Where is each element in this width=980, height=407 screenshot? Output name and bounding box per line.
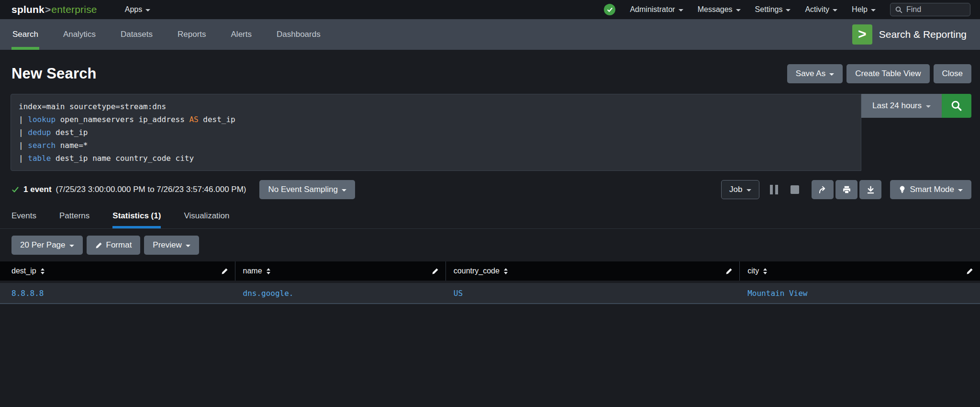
apps-menu[interactable]: Apps (125, 5, 150, 14)
chevron-down-icon (186, 245, 190, 247)
health-status-icon[interactable] (604, 4, 615, 15)
event-time-range: (7/25/23 3:00:00.000 PM to 7/26/23 3:57:… (56, 185, 246, 194)
cell-dest-ip[interactable]: 8.8.8.8 (0, 283, 235, 303)
appnav-alerts[interactable]: Alerts (219, 19, 264, 50)
results-tabs: Events Patterns Statistics (1) Visualiza… (0, 204, 980, 229)
chevron-down-icon (786, 9, 791, 11)
run-search-button[interactable] (942, 94, 971, 118)
tab-visualization[interactable]: Visualization (184, 204, 229, 228)
appnav-analytics[interactable]: Analytics (51, 19, 108, 50)
page-header: New Search Save As Create Table View Clo… (0, 50, 980, 93)
download-icon (866, 185, 875, 194)
time-range-label: Last 24 hours (872, 101, 922, 111)
chevron-down-icon (833, 9, 837, 11)
format-button[interactable]: Format (87, 236, 141, 255)
search-mode-button[interactable]: Smart Mode (890, 180, 971, 199)
job-controls: Job Smart Mode (721, 180, 971, 199)
logo-gt: > (45, 4, 51, 15)
pause-job-icon[interactable] (770, 185, 778, 194)
event-sampling-button[interactable]: No Event Sampling (259, 180, 355, 199)
chevron-down-icon (342, 189, 346, 192)
edit-column-icon[interactable] (725, 268, 733, 275)
appnav-dashboards-label: Dashboards (277, 30, 321, 39)
app-name: Search & Reporting (879, 29, 967, 40)
column-header-country-code[interactable]: country_code (446, 261, 740, 281)
tab-events[interactable]: Events (11, 204, 36, 228)
appnav-reports-label: Reports (178, 30, 206, 39)
cell-country-code[interactable]: US (446, 283, 740, 303)
close-button[interactable]: Close (934, 64, 971, 83)
page-title: New Search (11, 65, 97, 82)
apps-menu-label: Apps (125, 5, 142, 14)
tab-statistics[interactable]: Statistics (1) (112, 204, 161, 228)
activity-menu[interactable]: Activity (805, 5, 837, 14)
app-nav-bar: Search Analytics Datasets Reports Alerts… (0, 19, 980, 50)
app-identity[interactable]: > Search & Reporting (852, 19, 971, 50)
job-menu-button[interactable]: Job (721, 180, 759, 199)
per-page-label: 20 Per Page (20, 240, 66, 250)
print-button[interactable] (835, 180, 858, 199)
tab-patterns[interactable]: Patterns (59, 204, 89, 228)
messages-menu-label: Messages (698, 5, 733, 14)
logo-brand: splunk (11, 4, 45, 15)
column-header-dest-ip[interactable]: dest_ip (0, 261, 235, 281)
results-bar: 1 event (7/25/23 3:00:00.000 PM to 7/26/… (11, 180, 971, 200)
search-icon (895, 6, 902, 13)
appnav-datasets[interactable]: Datasets (108, 19, 165, 50)
check-icon (607, 7, 613, 13)
column-name: country_code (454, 267, 500, 275)
printer-icon (842, 185, 851, 194)
search-bar: index=main sourcetype=stream:dns| lookup… (11, 94, 971, 171)
create-table-view-label: Create Table View (855, 69, 921, 79)
chevron-down-icon (69, 245, 74, 247)
appnav-search-label: Search (12, 30, 38, 39)
chevron-down-icon (829, 73, 834, 76)
sort-icon[interactable] (41, 268, 45, 274)
messages-menu[interactable]: Messages (698, 5, 741, 14)
success-check-icon (11, 186, 19, 193)
cell-name[interactable]: dns.google. (235, 283, 446, 303)
administrator-menu-label: Administrator (630, 5, 675, 14)
share-job-button[interactable] (812, 180, 834, 199)
save-as-button[interactable]: Save As (787, 64, 843, 83)
edit-column-icon[interactable] (432, 268, 439, 275)
sort-icon[interactable] (504, 268, 508, 274)
active-nav-underline (11, 47, 39, 50)
chevron-down-icon (746, 189, 751, 192)
settings-menu[interactable]: Settings (755, 5, 791, 14)
administrator-menu[interactable]: Administrator (630, 5, 683, 14)
lightbulb-icon (899, 185, 906, 194)
appnav-search[interactable]: Search (0, 19, 51, 50)
edit-column-icon[interactable] (221, 268, 228, 275)
help-menu[interactable]: Help (852, 5, 876, 14)
appnav-reports[interactable]: Reports (165, 19, 219, 50)
pencil-icon (95, 242, 102, 249)
cell-city[interactable]: Mountain View (740, 283, 980, 303)
activity-menu-label: Activity (805, 5, 829, 14)
stop-job-icon[interactable] (791, 185, 799, 194)
find-search-box[interactable] (890, 3, 970, 16)
settings-menu-label: Settings (755, 5, 783, 14)
topbar-right: Administrator Messages Settings Activity… (604, 3, 970, 16)
create-table-view-button[interactable]: Create Table View (846, 64, 929, 83)
preview-button[interactable]: Preview (144, 236, 199, 255)
column-header-name[interactable]: name (235, 261, 446, 281)
sort-icon[interactable] (763, 268, 767, 274)
time-range-picker[interactable]: Last 24 hours (861, 94, 942, 118)
close-label: Close (942, 69, 963, 79)
share-icon (818, 185, 827, 194)
splunk-logo[interactable]: splunk>enterprise (11, 4, 97, 15)
edit-column-icon[interactable] (966, 268, 973, 275)
event-count: 1 event (23, 185, 52, 194)
appnav-dashboards[interactable]: Dashboards (264, 19, 333, 50)
find-input[interactable] (906, 5, 959, 14)
job-action-buttons (812, 180, 881, 199)
column-header-city[interactable]: city (740, 261, 980, 281)
export-button[interactable] (859, 180, 881, 199)
column-name: dest_ip (11, 267, 36, 275)
sort-icon[interactable] (267, 268, 270, 274)
appnav-alerts-label: Alerts (231, 30, 252, 39)
per-page-button[interactable]: 20 Per Page (11, 236, 83, 255)
save-as-label: Save As (796, 69, 825, 79)
search-query[interactable]: index=main sourcetype=stream:dns| lookup… (11, 94, 861, 171)
